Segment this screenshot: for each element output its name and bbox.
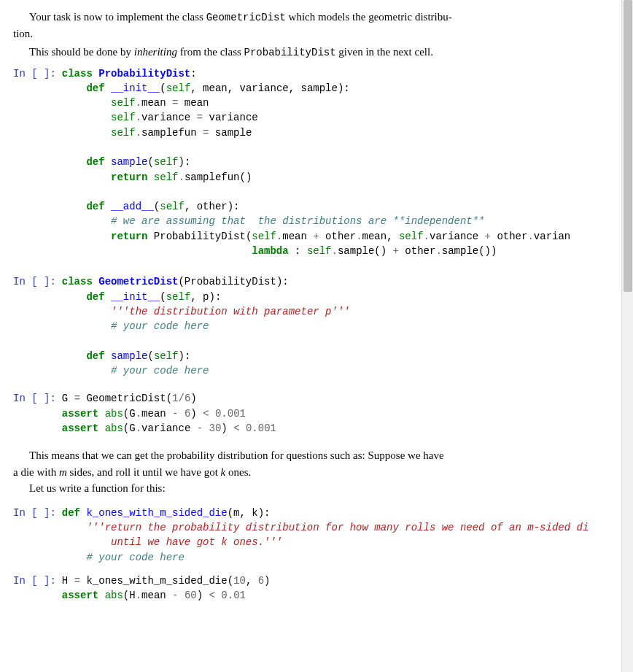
text-italic: m — [59, 466, 67, 478]
code-cell-3[interactable]: In [ ]: G = GeometricDist(1/6) assert ab… — [13, 391, 620, 436]
code-area[interactable]: G = GeometricDist(1/6) assert abs(G.mean… — [62, 391, 620, 436]
scrollbar-thumb[interactable] — [624, 0, 632, 292]
text: Let us write a function for this: — [29, 482, 166, 494]
intro-paragraph-2: This should be done by inheriting from t… — [13, 44, 620, 61]
code-cell-2[interactable]: In [ ]: class GeometricDist(ProbabilityD… — [13, 274, 620, 378]
input-prompt: In [ ]: — [13, 274, 62, 378]
text: given in the next cell. — [336, 46, 433, 58]
text: from the class — [177, 46, 244, 58]
code-cell-4[interactable]: In [ ]: def k_ones_with_m_sided_die(m, k… — [13, 506, 620, 565]
scrollbar-track[interactable] — [621, 0, 633, 631]
text: a die with — [13, 466, 59, 478]
code-cell-5[interactable]: In [ ]: H = k_ones_with_m_sided_die(10, … — [13, 573, 620, 603]
text: Your task is now to implement the class — [29, 11, 206, 23]
input-prompt: In [ ]: — [13, 66, 62, 259]
input-prompt: In [ ]: — [13, 506, 62, 565]
middle-paragraph: This means that we can get the probabili… — [13, 447, 620, 497]
code-inline: GeometricDist — [206, 12, 286, 23]
text: ones. — [225, 466, 251, 478]
text: tion. — [13, 28, 33, 39]
code-area[interactable]: H = k_ones_with_m_sided_die(10, 6) asser… — [62, 573, 620, 603]
input-prompt: In [ ]: — [13, 391, 62, 436]
code-area[interactable]: def k_ones_with_m_sided_die(m, k): '''re… — [62, 506, 620, 565]
code-inline: ProbabilityDist — [244, 47, 336, 58]
text: This means that we can get the probabili… — [29, 449, 444, 461]
code-area[interactable]: class ProbabilityDist: def __init__(self… — [62, 66, 620, 259]
text: which models the geometric distribu- — [286, 11, 452, 23]
code-area[interactable]: class GeometricDist(ProbabilityDist): de… — [62, 274, 620, 378]
text: This should be done by — [29, 46, 134, 58]
text: sides, and roll it until we have got — [67, 466, 221, 478]
intro-paragraph-1: Your task is now to implement the class … — [13, 9, 620, 42]
input-prompt: In [ ]: — [13, 573, 62, 603]
text-italic: inheriting — [134, 46, 177, 58]
code-cell-1[interactable]: In [ ]: class ProbabilityDist: def __ini… — [13, 66, 620, 259]
